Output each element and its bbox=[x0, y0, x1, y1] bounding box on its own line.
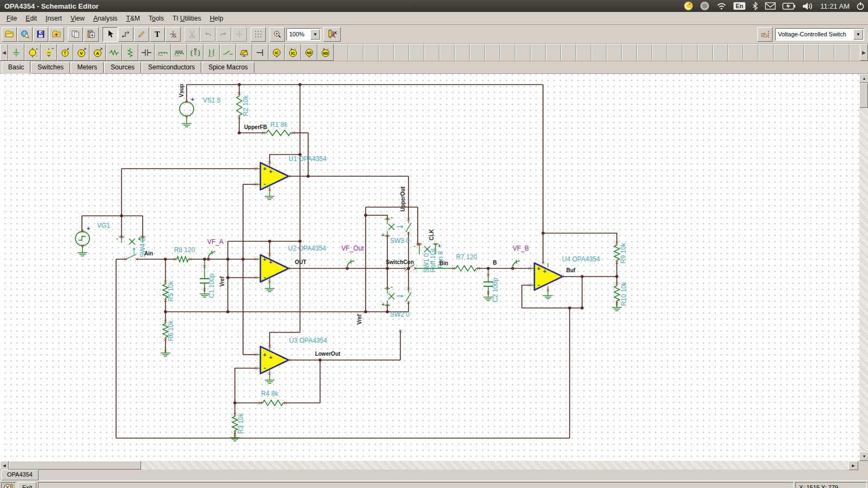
wire[interactable] bbox=[543, 233, 617, 243]
tab-switches[interactable]: Switches bbox=[31, 62, 70, 73]
menu-view[interactable]: View bbox=[66, 13, 89, 24]
wire[interactable] bbox=[366, 215, 387, 219]
transformer-component-icon[interactable] bbox=[203, 44, 220, 61]
inductor-component-icon[interactable] bbox=[155, 44, 171, 61]
resistor-component-icon[interactable] bbox=[106, 44, 122, 61]
menu-file[interactable]: File bbox=[2, 13, 21, 24]
ic-polar-component-icon[interactable]: IC+- bbox=[285, 44, 301, 61]
volume-icon[interactable] bbox=[802, 2, 814, 10]
battery-component-icon[interactable]: + bbox=[41, 44, 57, 61]
exit-button[interactable]: Exit bbox=[18, 482, 36, 488]
resistor-R1[interactable] bbox=[264, 130, 293, 136]
chevron-down-icon[interactable]: ▼ bbox=[310, 29, 320, 40]
scroll-up-icon[interactable]: ▲ bbox=[859, 74, 868, 83]
opamp-U2[interactable] bbox=[256, 255, 292, 282]
show-values-button[interactable]: 1K bbox=[323, 27, 341, 42]
resistor-R2[interactable] bbox=[237, 94, 242, 117]
ground[interactable] bbox=[182, 117, 192, 127]
language-indicator[interactable]: En bbox=[733, 2, 745, 10]
tab-spice-macros[interactable]: Spice Macros bbox=[202, 62, 254, 73]
ground[interactable] bbox=[265, 282, 275, 292]
switch-SW3[interactable] bbox=[385, 219, 411, 236]
wire[interactable] bbox=[522, 285, 530, 308]
horizontal-scrollbar[interactable]: ◀ ▶ bbox=[0, 461, 868, 470]
wire[interactable] bbox=[235, 368, 256, 403]
component-hand-button[interactable] bbox=[757, 27, 773, 42]
paste-button[interactable] bbox=[84, 27, 99, 42]
copy-button[interactable] bbox=[68, 27, 83, 42]
opamp-U1[interactable] bbox=[256, 163, 292, 190]
switch-SW2[interactable] bbox=[385, 288, 411, 305]
select-tool-button[interactable] bbox=[103, 27, 118, 42]
horizontal-scroll-thumb[interactable] bbox=[9, 461, 141, 470]
tab-basic[interactable]: Basic bbox=[2, 61, 30, 73]
wire-tool-button[interactable] bbox=[118, 27, 133, 42]
resistor-R4[interactable] bbox=[260, 400, 285, 406]
power-icon[interactable] bbox=[856, 2, 865, 10]
menu-help[interactable]: Help bbox=[206, 13, 228, 24]
controlled-switch-component-icon[interactable] bbox=[236, 44, 252, 61]
coupled-inductor-component-icon[interactable]: M bbox=[187, 44, 203, 61]
switch-component-icon[interactable] bbox=[220, 44, 236, 61]
ground-component-icon[interactable] bbox=[8, 44, 24, 61]
sphere-icon[interactable] bbox=[700, 1, 710, 11]
current-source-component-icon[interactable]: + bbox=[57, 44, 73, 61]
scroll-right-arrow-icon[interactable]: ▶ bbox=[848, 461, 858, 470]
opamp-U3[interactable] bbox=[256, 346, 292, 374]
probe-VF_Out[interactable] bbox=[347, 260, 354, 267]
open-button[interactable] bbox=[2, 27, 17, 42]
vertical-scroll-track[interactable] bbox=[859, 108, 868, 452]
menu-insert[interactable]: Insert bbox=[41, 13, 66, 24]
redo-button[interactable] bbox=[216, 27, 231, 42]
bluetooth-icon[interactable] bbox=[752, 2, 758, 10]
scroll-down-icon[interactable]: ▼ bbox=[859, 452, 868, 461]
pen-tool-button[interactable] bbox=[134, 27, 149, 42]
ground[interactable] bbox=[161, 346, 170, 356]
ground[interactable] bbox=[265, 190, 275, 200]
tool-indicator-icon[interactable] bbox=[1, 482, 16, 488]
component-mode-select[interactable]: Voltage-Controlled Switch ▼ bbox=[775, 28, 864, 41]
resistor-vertical-component-icon[interactable] bbox=[122, 44, 138, 61]
origin-button[interactable] bbox=[232, 27, 247, 42]
tab-meters[interactable]: Meters bbox=[71, 62, 104, 73]
schematic-canvas[interactable]: ++++-++-++-++-+-+-+-+-VS1 5R2 10kR1 8kU1… bbox=[0, 74, 859, 461]
open-from-web-button[interactable] bbox=[17, 27, 33, 42]
resistor-R7[interactable] bbox=[454, 266, 478, 271]
probe-VF_A[interactable] bbox=[208, 251, 215, 258]
probe-VF_B[interactable] bbox=[513, 260, 520, 267]
source-VG1[interactable] bbox=[75, 229, 90, 248]
horizontal-scroll-track[interactable] bbox=[141, 461, 848, 470]
source-VS1[interactable] bbox=[180, 100, 194, 118]
terminal-component-icon[interactable] bbox=[252, 44, 269, 61]
zoom-select[interactable]: 100% ▼ bbox=[286, 28, 321, 41]
menu-analysis[interactable]: Analysis bbox=[89, 13, 122, 24]
text-tool-button[interactable]: T bbox=[150, 27, 165, 42]
nodeset-component-icon[interactable]: NS bbox=[301, 44, 317, 61]
menu-t-m[interactable]: T&M bbox=[122, 13, 144, 24]
app-icon[interactable] bbox=[684, 1, 693, 11]
mail-icon[interactable] bbox=[765, 2, 776, 10]
save-button[interactable] bbox=[33, 27, 48, 42]
menu-tools[interactable]: Tools bbox=[144, 13, 168, 24]
wifi-icon[interactable] bbox=[716, 2, 727, 10]
scroll-left-arrow-icon[interactable]: ◀ bbox=[0, 461, 9, 470]
vertical-scrollbar[interactable]: ▲ ▼ bbox=[859, 74, 868, 461]
crosswire-tool-button[interactable] bbox=[165, 27, 181, 42]
voltmeter-component-icon[interactable]: V bbox=[73, 44, 90, 61]
resistor-R9[interactable] bbox=[614, 243, 620, 262]
zoom-in-button[interactable] bbox=[270, 27, 285, 42]
document-tab[interactable]: OPA4354 bbox=[1, 470, 39, 480]
cut-button[interactable] bbox=[184, 27, 200, 42]
ic-component-icon[interactable]: IC bbox=[269, 44, 285, 61]
battery-icon[interactable] bbox=[782, 3, 795, 10]
scroll-right-icon[interactable]: ▶ bbox=[860, 44, 868, 61]
undo-button[interactable] bbox=[200, 27, 215, 42]
menu-ti-utilities[interactable]: TI Utilities bbox=[168, 13, 206, 24]
tab-sources[interactable]: Sources bbox=[104, 62, 141, 73]
vertical-scroll-thumb[interactable] bbox=[859, 83, 868, 108]
voltage-source-component-icon[interactable]: +- bbox=[24, 44, 41, 61]
capacitor-component-icon[interactable] bbox=[138, 44, 155, 61]
ammeter-component-icon[interactable]: A bbox=[90, 44, 106, 61]
export-button[interactable] bbox=[49, 27, 64, 42]
inductor-core-component-icon[interactable] bbox=[171, 44, 187, 61]
